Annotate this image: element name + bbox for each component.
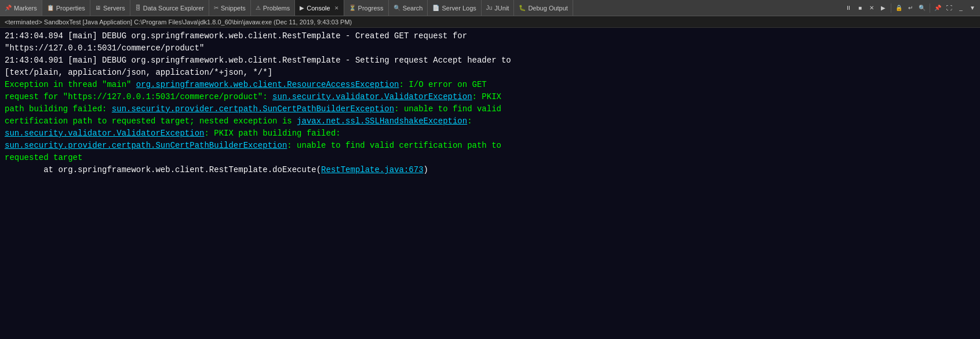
console-line: [text/plain, application/json, applicati… <box>5 67 975 79</box>
tabs-container: 📌Markers📋Properties🖥Servers🗄Data Source … <box>0 0 573 16</box>
status-bar: <terminated> SandboxTest [Java Applicati… <box>0 16 980 28</box>
console-line: 21:43:04.901 [main] DEBUG org.springfram… <box>5 54 975 67</box>
console-text-span: requested target <box>5 153 82 162</box>
console-line: Exception in thread "main" org.springfra… <box>5 79 975 91</box>
maximize-btn[interactable]: ⛶ <box>944 3 955 13</box>
snippets-tab-label: Snippets <box>221 5 246 12</box>
servers-tab-icon: 🖥 <box>95 5 101 11</box>
console-text-span: ) <box>424 165 428 174</box>
console-text-span: Exception in thread "main" <box>5 80 136 89</box>
datasource-tab-icon: 🗄 <box>135 5 141 11</box>
tab-properties[interactable]: 📋Properties <box>42 0 90 16</box>
tab-bar: 📌Markers📋Properties🖥Servers🗄Data Source … <box>0 0 980 16</box>
console-text-span[interactable]: javax.net.ssl.SSLHandshakeException <box>297 116 467 126</box>
console-output[interactable]: 21:43:04.894 [main] DEBUG org.springfram… <box>0 28 980 339</box>
console-text-span: path building failed: <box>5 104 112 114</box>
search-tab-label: Search <box>403 5 423 12</box>
tab-snippets[interactable]: ✂Snippets <box>209 0 251 16</box>
console-text-span[interactable]: RestTemplate.java:673 <box>321 165 423 174</box>
tab-search[interactable]: 🔍Search <box>389 0 428 16</box>
console-line: path building failed: sun.security.provi… <box>5 103 975 115</box>
terminate-btn[interactable]: ■ <box>855 3 865 13</box>
debugoutput-tab-icon: 🐛 <box>519 5 526 11</box>
markers-tab-icon: 📌 <box>5 5 12 11</box>
problems-tab-label: Problems <box>263 5 290 12</box>
problems-tab-icon: ⚠ <box>256 5 261 11</box>
serverlogs-tab-label: Server Logs <box>442 5 476 12</box>
tab-junit[interactable]: JuJUnit <box>482 0 515 16</box>
relaunch-btn[interactable]: ▶ <box>878 3 888 13</box>
status-text: <terminated> SandboxTest [Java Applicati… <box>5 19 352 25</box>
tab-markers[interactable]: 📌Markers <box>0 0 42 16</box>
console-text-span: : I/O error on GET <box>399 80 487 89</box>
console-text-span[interactable]: org.springframework.web.client.ResourceA… <box>136 80 399 89</box>
pin-btn[interactable]: 📌 <box>932 3 943 13</box>
console-text-span: at org.springframework.web.client.RestTe… <box>5 165 321 174</box>
tab-servers[interactable]: 🖥Servers <box>90 0 130 16</box>
scroll-lock-btn[interactable]: 🔒 <box>894 3 904 13</box>
console-text-span[interactable]: sun.security.validator.ValidatorExceptio… <box>5 129 204 138</box>
tab-problems[interactable]: ⚠Problems <box>251 0 295 16</box>
datasource-tab-label: Data Source Explorer <box>143 5 204 12</box>
serverlogs-tab-icon: 📄 <box>432 5 439 11</box>
markers-tab-label: Markers <box>14 5 37 12</box>
console-tab-label: Console <box>307 5 330 12</box>
word-wrap-btn[interactable]: ↵ <box>905 3 916 13</box>
console-text-span: certification path to requested target; … <box>5 116 297 126</box>
tab-console[interactable]: ▶Console✕ <box>295 0 344 16</box>
search-tab-icon: 🔍 <box>394 5 400 11</box>
console-text-span: : unable to find valid <box>394 104 501 114</box>
console-line: sun.security.validator.ValidatorExceptio… <box>5 127 975 140</box>
console-text-span: : unable to find valid certification pat… <box>287 141 501 150</box>
tab-progress[interactable]: ⏳Progress <box>344 0 389 16</box>
more-btn[interactable]: ▼ <box>967 3 978 13</box>
console-text-span[interactable]: sun.security.provider.certpath.SunCertPa… <box>5 141 287 150</box>
progress-tab-icon: ⏳ <box>349 5 356 11</box>
console-line: sun.security.provider.certpath.SunCertPa… <box>5 140 975 152</box>
minimize-btn[interactable]: _ <box>956 3 966 13</box>
console-text-span: : PKIX path building failed: <box>204 129 340 138</box>
console-line: request for "https://127.0.0.1:5031/comm… <box>5 91 975 103</box>
console-line: certification path to requested target; … <box>5 115 975 127</box>
console-line: at org.springframework.web.client.RestTe… <box>5 164 975 176</box>
tab-serverlogs[interactable]: 📄Server Logs <box>428 0 481 16</box>
find-btn[interactable]: 🔍 <box>917 3 927 13</box>
console-text-span: : PKIX <box>472 92 501 101</box>
properties-tab-icon: 📋 <box>47 5 54 11</box>
console-tab-close[interactable]: ✕ <box>334 5 339 11</box>
remove-btn[interactable]: ✕ <box>866 3 877 13</box>
suspend-btn[interactable]: ⏸ <box>843 3 854 13</box>
junit-tab-icon: Ju <box>486 5 493 11</box>
toolbar: ⏸ ■ ✕ ▶ 🔒 ↵ 🔍 📌 ⛶ _ ▼ <box>843 3 980 13</box>
console-text-span[interactable]: sun.security.provider.certpath.SunCertPa… <box>112 104 394 114</box>
junit-tab-label: JUnit <box>494 5 509 12</box>
snippets-tab-icon: ✂ <box>214 5 218 11</box>
tab-datasource[interactable]: 🗄Data Source Explorer <box>130 0 209 16</box>
console-tab-icon: ▶ <box>300 5 304 11</box>
console-text-span: request for "https://127.0.0.1:5031/comm… <box>5 92 272 101</box>
debugoutput-tab-label: Debug Output <box>528 5 568 12</box>
console-line: requested target <box>5 152 975 164</box>
tab-debugoutput[interactable]: 🐛Debug Output <box>514 0 573 16</box>
console-text-span: : <box>467 116 472 126</box>
console-line: "https://127.0.0.1:5031/commerce/product… <box>5 42 975 54</box>
progress-tab-label: Progress <box>358 5 384 12</box>
console-line: 21:43:04.894 [main] DEBUG org.springfram… <box>5 30 975 42</box>
console-text-span[interactable]: sun.security.validator.ValidatorExceptio… <box>272 92 472 101</box>
servers-tab-label: Servers <box>103 5 125 12</box>
properties-tab-label: Properties <box>56 5 85 12</box>
